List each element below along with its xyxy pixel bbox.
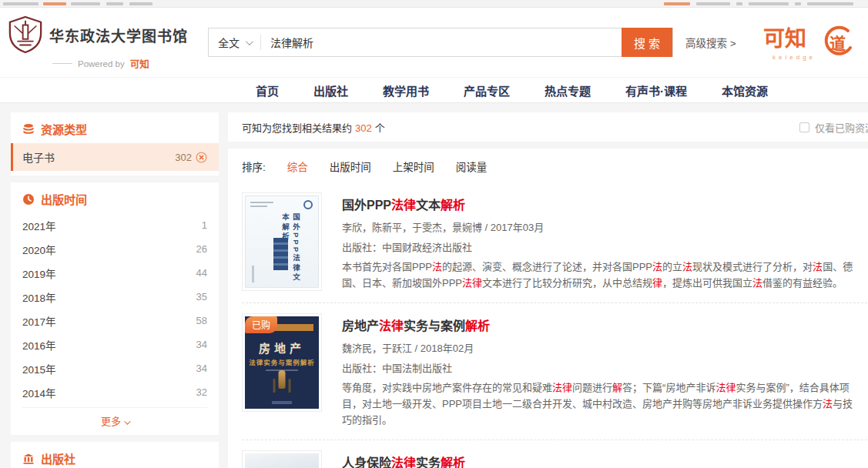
summary-prefix: 可知为您找到相关结果约	[242, 122, 352, 134]
highlight-term: 法	[823, 398, 833, 410]
sort-option-1[interactable]: 综合	[287, 159, 308, 174]
topbar-fragment	[664, 2, 690, 5]
topbar-fragment	[795, 2, 801, 5]
resource-type-title: 资源类型	[41, 121, 87, 137]
page-body: 资源类型 电子书 302	[0, 103, 868, 468]
database-icon	[22, 123, 35, 135]
highlight-term: 律	[652, 277, 662, 289]
nav-item-6[interactable]: 有声书·课程	[625, 82, 687, 99]
text-part: 文本	[416, 199, 441, 212]
clipped-top-bar	[0, 0, 868, 8]
text-part: 国外PPP	[342, 199, 391, 212]
publisher-card: 出版社 中国法制出版社84中国人民大学出版社44	[11, 442, 219, 468]
year-filter-label: 2021年	[22, 218, 56, 233]
year-filter-label: 2018年	[22, 289, 56, 305]
purchased-only-filter[interactable]: 仅看已购资源	[799, 120, 868, 135]
resource-type-header: 资源类型	[11, 112, 219, 143]
cover-illustration	[273, 238, 288, 270]
results-column: 可知为您找到相关结果约302个 仅看已购资源 排序: 综合出版时间上架时间阅读量…	[228, 112, 868, 468]
sort-option-2[interactable]: 出版时间	[330, 159, 371, 174]
keledge-logo-text: 可知	[763, 26, 806, 51]
result-title-link[interactable]: 人身保险法律实务解析	[342, 453, 868, 468]
text-part: 本书首先对各国PPP	[342, 261, 432, 272]
year-filter[interactable]: 2020年26	[11, 237, 219, 261]
cover-illustration	[279, 370, 286, 389]
search-button[interactable]: 搜 索	[622, 28, 672, 57]
result-title-link[interactable]: 国外PPP法律文本解析	[342, 195, 868, 213]
library-logo-block[interactable]: 华东政法大学图书馆 Powered by 可知	[8, 12, 199, 72]
search-box: 全文 搜 索	[208, 28, 673, 57]
year-filter-count: 26	[196, 243, 207, 255]
year-filter[interactable]: 2019年44	[11, 261, 219, 285]
topbar-fragment	[129, 2, 152, 5]
year-filter[interactable]: 2017年58	[11, 309, 219, 333]
cover-emblem-icon	[303, 200, 313, 209]
pub-time-list: 2021年12020年262019年442018年352017年582016年3…	[11, 213, 219, 404]
text-part: 李欣，陈新平，于雯杰，景婉博 / 2017年03月	[342, 222, 544, 233]
text-part: 实务	[416, 456, 441, 468]
highlight-term: 法	[652, 261, 662, 272]
cover-decoration	[252, 266, 254, 282]
year-filter[interactable]: 2016年34	[11, 333, 219, 356]
nav-item-1[interactable]: 首页	[256, 82, 279, 99]
result-title-link[interactable]: 房地产法律实务与案例解析	[342, 316, 868, 334]
year-filter[interactable]: 2021年1	[11, 213, 219, 237]
header: 华东政法大学图书馆 Powered by 可知 全文 搜 索 高级搜索 > 可知…	[0, 8, 868, 77]
sort-option-3[interactable]: 上架时间	[393, 159, 434, 174]
svg-text:道: 道	[829, 35, 846, 52]
text-part: 现状及模式进行了分析，对	[692, 261, 813, 272]
result-authors-date: 魏济民，于跃江 / 2018年02月	[342, 340, 868, 355]
purchased-badge: 已购	[245, 316, 277, 333]
nav-item-3[interactable]: 教学用书	[383, 82, 429, 99]
sort-option-4[interactable]: 阅读量	[456, 159, 488, 174]
book-cover[interactable]: 国外PPP法律文本解析	[245, 196, 319, 288]
text-part: 人身保险	[342, 456, 391, 468]
filter-sidebar: 资源类型 电子书 302	[11, 112, 219, 468]
text-part: 的立	[662, 261, 682, 272]
purchased-only-checkbox[interactable]	[799, 122, 809, 132]
book-cover[interactable]: THE INSURANCE LAW & PRACTICE人身保险法律实务解析	[245, 453, 319, 468]
nav-item-7[interactable]: 本馆资源	[722, 82, 768, 99]
main-nav: 首页出版社教学用书产品专区热点专题有声书·课程本馆资源	[0, 77, 868, 103]
result-item-3: THE INSURANCE LAW & PRACTICE人身保险法律实务解析人身…	[242, 440, 868, 468]
text-part: 借鉴的有益经验。	[762, 277, 843, 289]
year-filter-label: 2019年	[22, 266, 56, 281]
remove-filter-icon[interactable]	[196, 152, 207, 163]
pub-time-header: 出版时间	[11, 182, 219, 213]
clock-icon	[22, 193, 35, 206]
text-part: ，提炼出可供我国立	[662, 277, 752, 289]
topbar-fragment	[106, 2, 123, 5]
book-cover-link[interactable]: 已购房地产法律实务与案例解析	[242, 313, 322, 412]
highlight-term: 法律	[391, 456, 416, 468]
year-filter[interactable]: 2014年32	[11, 380, 219, 404]
nav-item-4[interactable]: 产品专区	[464, 82, 510, 99]
purchased-only-label: 仅看已购资源	[815, 120, 868, 135]
keledge-logo-sub: keledge	[772, 54, 816, 61]
more-years-button[interactable]: 更多	[22, 407, 207, 435]
advanced-search-link[interactable]: 高级搜索 >	[685, 35, 736, 50]
year-filter-label: 2020年	[22, 242, 56, 257]
topbar-fragment	[696, 2, 730, 5]
powered-by-brand: 可知	[130, 56, 149, 71]
search-scope-dropdown[interactable]: 全文	[209, 35, 260, 50]
topbar-fragment	[71, 2, 100, 5]
keledge-logo[interactable]: 可知 道 keledge	[762, 22, 853, 63]
book-cover-link[interactable]: THE INSURANCE LAW & PRACTICE人身保险法律实务解析	[242, 450, 322, 468]
pub-time-title: 出版时间	[41, 191, 87, 207]
highlight-term: 法律	[552, 382, 572, 393]
text-part: 的起源、演变、概念进行了论述，并对各国PPP	[442, 261, 652, 272]
search-input[interactable]	[261, 36, 622, 48]
nav-item-2[interactable]: 出版社	[313, 82, 348, 99]
year-filter-count: 1	[202, 219, 207, 231]
powered-by-dash	[52, 63, 72, 64]
sort-options: 综合出版时间上架时间阅读量	[287, 159, 488, 174]
filter-ebook[interactable]: 电子书 302	[11, 143, 219, 171]
book-cover-link[interactable]: 国外PPP法律文本解析	[242, 192, 322, 291]
cover-decoration	[250, 202, 273, 203]
year-filter[interactable]: 2018年35	[11, 285, 219, 309]
year-filter[interactable]: 2015年34	[11, 356, 219, 380]
highlight-term: 解析	[465, 319, 490, 333]
nav-item-5[interactable]: 热点专题	[545, 82, 591, 99]
sort-row: 排序: 综合出版时间上架时间阅读量	[242, 149, 868, 182]
text-part: 房地产	[342, 319, 379, 333]
